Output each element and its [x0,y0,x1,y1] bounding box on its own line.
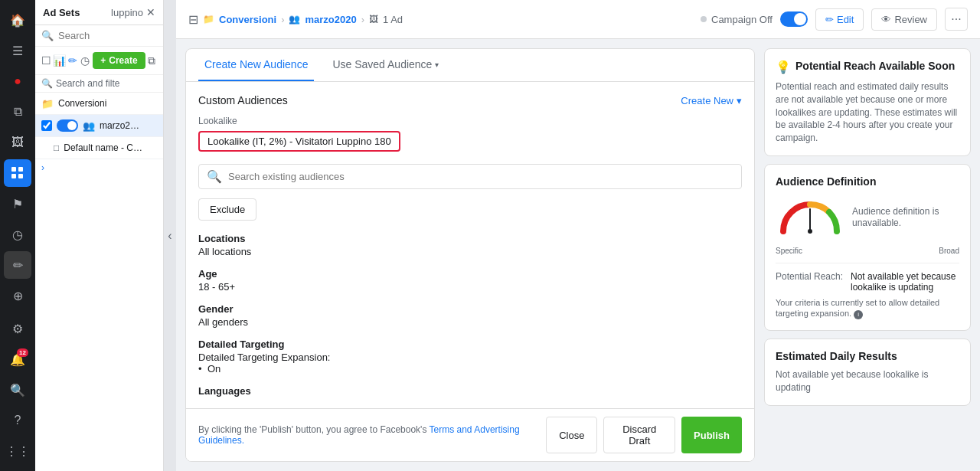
marzo2020-name: marzo2020 [100,120,143,131]
create-button[interactable]: + Create [93,52,145,69]
zoom-icon[interactable]: ⊕ [4,282,31,309]
breadcrumb-conversioni[interactable]: Conversioni [219,14,276,25]
close-button[interactable]: Close [546,417,597,453]
age-label: Age [198,268,742,280]
marzo2020-checkbox[interactable] [41,120,52,131]
locations-section: Locations All locations [198,233,742,257]
chart-toolbar-btn[interactable]: 📊 [53,50,66,71]
default-adset-name: Default name - Conversioni [64,142,143,153]
gauge-broad-label: Broad [939,247,959,255]
reach-label: Potential Reach: [776,271,844,293]
breadcrumb-1ad: 1 Ad [383,14,403,25]
tab-use-saved[interactable]: Use Saved Audience ▾ [326,49,445,81]
age-value: 18 - 65+ [198,281,742,293]
audience-body: Custom Audiences Create New ▾ Lookalike … [186,82,754,408]
tab-use-saved-label: Use Saved Audience [332,58,432,70]
reach-section: Potential Reach: Not available yet becau… [776,263,959,319]
breadcrumb-marzo2020[interactable]: marzo2020 [305,14,356,25]
estimated-results-card: Estimated Daily Results Not available ye… [764,339,971,406]
review-button[interactable]: 👁 Review [871,8,937,31]
languages-label: Languages [198,385,742,397]
menu-icon[interactable]: ☰ [4,37,31,64]
pencil-toolbar-btn[interactable]: ✏ [67,50,77,71]
marzo2020-toggle[interactable] [57,119,78,132]
campaign-status-label: Campaign Off [711,14,773,25]
discard-draft-button[interactable]: Discard Draft [603,417,675,453]
default-adset-item[interactable]: □ Default name - Conversioni ··· [35,137,163,159]
gender-label: Gender [198,303,742,315]
potential-reach-title-text: Potential Reach Available Soon [795,60,955,72]
eye-icon: 👁 [881,14,891,25]
locations-label: Locations [198,233,742,244]
detailed-targeting-section: Detailed Targeting Detailed Targeting Ex… [198,339,742,375]
folder-bc-icon: 📁 [203,14,214,25]
image-icon[interactable]: 🖼 [4,129,31,156]
detailed-targeting-expansion: Detailed Targeting Expansion: [198,352,742,363]
pencil-icon[interactable]: ✏ [4,251,31,279]
search-audiences-icon: 🔍 [207,169,222,184]
audience-definition-card: Audience Definition Audience d [764,164,971,331]
lookalike-tag[interactable]: Lookalike (IT, 2%) - Visitatori Luppino … [198,131,400,152]
adsets-title: Ad Sets [43,7,80,18]
grid-icon[interactable] [4,159,31,187]
create-new-audience-btn[interactable]: Create New ▾ [681,95,742,106]
flag-icon[interactable]: ⚑ [4,190,31,218]
filter-bar: 🔍 Search and filte [35,75,163,93]
ad-bc-icon: 🖼 [369,14,378,25]
status-dot [701,16,707,22]
audience-gauge [776,197,844,239]
bc-sep-2: › [361,14,364,25]
gauge-labels: Specific Broad [776,247,959,255]
bell-icon[interactable]: 🔔 12 [4,345,31,373]
close-tab-icon[interactable]: ✕ [146,6,155,18]
circle-icon[interactable]: ● [4,67,31,95]
main-content: ⊟ 📁 Conversioni › 👥 marzo2020 › 🖼 1 Ad C… [176,0,980,471]
locations-value: All locations [198,246,742,257]
more-bottom-icon[interactable]: ⋮⋮ [4,437,31,465]
tab-create-new[interactable]: Create New Audience [198,49,314,81]
campaign-toggle[interactable] [780,11,808,27]
create-new-chevron: ▾ [737,95,742,106]
expand-section[interactable]: › [35,159,163,176]
conversioni-item[interactable]: 📁 Conversioni ··· [35,93,163,115]
chevron-down-icon: ▾ [435,61,439,69]
potential-reach-card: 💡 Potential Reach Available Soon Potenti… [764,48,971,156]
estimated-results-title: Estimated Daily Results [776,350,959,362]
tab-create-new-label: Create New Audience [204,58,308,70]
lightbulb-icon: 💡 [776,60,791,74]
clock-icon[interactable]: ◷ [4,221,31,248]
lookalike-section: Lookalike Lookalike (IT, 2%) - Visitator… [198,116,742,158]
potential-reach-row: Potential Reach: Not available yet becau… [776,271,959,293]
create-new-label: Create New [681,95,733,106]
edit-button[interactable]: ✏ Edit [815,8,864,31]
custom-audiences-header: Custom Audiences Create New ▾ [198,94,742,106]
group-icon: 👥 [83,120,95,132]
more-options-button[interactable]: ··· [945,8,968,31]
marzo2020-item[interactable]: 👥 marzo2020 ··· [35,115,163,137]
edit-label: Edit [837,14,854,25]
settings-icon[interactable]: ⚙ [4,315,31,342]
clock-toolbar-btn[interactable]: ◷ [80,50,90,71]
review-label: Review [894,14,927,25]
estimated-results-text: Not available yet because lookalike is u… [776,368,959,394]
toggle-knob [794,13,806,25]
audience-def-title: Audience Definition [776,175,959,188]
copy-icon[interactable]: ⧉ [4,98,31,126]
languages-section: Languages [198,385,742,397]
collapse-panel-btn[interactable]: ‹ [164,0,176,471]
duplicate-toolbar-btn[interactable]: ⧉ [147,50,157,71]
notification-badge: 12 [17,348,28,357]
bc-sep-1: › [281,14,284,25]
search-bottom-icon[interactable]: 🔍 [4,376,31,404]
adsets-list: 📁 Conversioni ··· 👥 marzo2020 ··· □ Defa… [35,93,163,471]
adsets-search: 🔍 [35,25,163,47]
home-icon[interactable]: 🏠 [4,6,31,34]
checkbox-toolbar-btn[interactable]: ☐ [41,50,51,71]
expand-chevron: › [41,162,44,173]
question-icon[interactable]: ? [4,407,31,434]
search-audiences-input[interactable] [228,171,733,182]
exclude-button[interactable]: Exclude [198,198,256,221]
publish-button[interactable]: Publish [681,417,742,453]
info-dot-icon[interactable]: i [854,310,863,319]
age-section: Age 18 - 65+ [198,268,742,293]
